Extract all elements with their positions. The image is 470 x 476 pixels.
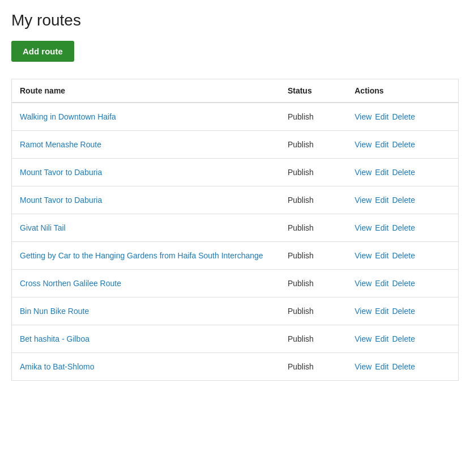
route-delete-link[interactable]: Delete	[392, 334, 415, 343]
table-row: Getting by Car to the Hanging Gardens fr…	[12, 242, 459, 270]
table-row: Cross Northen Galilee RoutePublishViewEd…	[12, 270, 459, 298]
route-edit-link[interactable]: Edit	[375, 223, 388, 232]
route-name-link[interactable]: Walking in Downtown Haifa	[20, 112, 116, 121]
routes-table: Route name Status Actions Walking in Dow…	[11, 79, 459, 381]
route-edit-link[interactable]: Edit	[375, 196, 388, 205]
page-title: My routes	[11, 11, 459, 29]
column-header-actions: Actions	[347, 79, 458, 103]
route-delete-link[interactable]: Delete	[392, 196, 415, 205]
table-header-row: Route name Status Actions	[12, 79, 459, 103]
route-name-link[interactable]: Ramot Menashe Route	[20, 140, 101, 149]
table-row: Bet hashita - GilboaPublishViewEditDelet…	[12, 325, 459, 353]
table-row: Givat Nili TailPublishViewEditDelete	[12, 214, 459, 242]
route-delete-link[interactable]: Delete	[392, 223, 415, 232]
route-view-link[interactable]: View	[354, 196, 371, 205]
column-header-route-name: Route name	[12, 79, 280, 103]
route-actions: ViewEditDelete	[347, 353, 458, 381]
route-delete-link[interactable]: Delete	[392, 279, 415, 288]
route-actions: ViewEditDelete	[347, 159, 458, 186]
route-edit-link[interactable]: Edit	[375, 140, 388, 149]
route-status: Publish	[280, 214, 347, 242]
route-delete-link[interactable]: Delete	[392, 112, 415, 121]
route-name-link[interactable]: Cross Northen Galilee Route	[20, 279, 121, 288]
route-status: Publish	[280, 103, 347, 131]
route-view-link[interactable]: View	[354, 362, 371, 371]
route-delete-link[interactable]: Delete	[392, 362, 415, 371]
route-delete-link[interactable]: Delete	[392, 168, 415, 177]
route-name-link[interactable]: Amika to Bat-Shlomo	[20, 362, 95, 371]
table-row: Ramot Menashe RoutePublishViewEditDelete	[12, 131, 459, 159]
route-view-link[interactable]: View	[354, 112, 371, 121]
route-edit-link[interactable]: Edit	[375, 112, 388, 121]
route-actions: ViewEditDelete	[347, 131, 458, 159]
route-view-link[interactable]: View	[354, 168, 371, 177]
table-row: Walking in Downtown HaifaPublishViewEdit…	[12, 103, 459, 131]
route-actions: ViewEditDelete	[347, 242, 458, 270]
route-delete-link[interactable]: Delete	[392, 251, 415, 260]
route-view-link[interactable]: View	[354, 251, 371, 260]
route-view-link[interactable]: View	[354, 334, 371, 343]
route-status: Publish	[280, 242, 347, 270]
route-actions: ViewEditDelete	[347, 214, 458, 242]
add-route-button[interactable]: Add route	[11, 41, 74, 62]
route-view-link[interactable]: View	[354, 279, 371, 288]
route-edit-link[interactable]: Edit	[375, 334, 388, 343]
route-edit-link[interactable]: Edit	[375, 168, 388, 177]
route-name-link[interactable]: Bin Nun Bike Route	[20, 307, 89, 316]
table-row: Mount Tavor to DaburiaPublishViewEditDel…	[12, 186, 459, 214]
route-status: Publish	[280, 186, 347, 214]
route-view-link[interactable]: View	[354, 223, 371, 232]
route-actions: ViewEditDelete	[347, 103, 458, 131]
route-actions: ViewEditDelete	[347, 325, 458, 353]
table-row: Bin Nun Bike RoutePublishViewEditDelete	[12, 298, 459, 325]
route-delete-link[interactable]: Delete	[392, 307, 415, 316]
route-name-link[interactable]: Bet hashita - Gilboa	[20, 334, 89, 343]
column-header-status: Status	[280, 79, 347, 103]
route-actions: ViewEditDelete	[347, 270, 458, 298]
route-name-link[interactable]: Mount Tavor to Daburia	[20, 168, 102, 177]
route-name-link[interactable]: Getting by Car to the Hanging Gardens fr…	[20, 251, 263, 260]
route-edit-link[interactable]: Edit	[375, 307, 388, 316]
route-actions: ViewEditDelete	[347, 298, 458, 325]
route-status: Publish	[280, 353, 347, 381]
route-actions: ViewEditDelete	[347, 186, 458, 214]
table-row: Mount Tavor to DaburiaPublishViewEditDel…	[12, 159, 459, 186]
route-name-link[interactable]: Givat Nili Tail	[20, 223, 66, 232]
route-edit-link[interactable]: Edit	[375, 251, 388, 260]
route-edit-link[interactable]: Edit	[375, 279, 388, 288]
route-status: Publish	[280, 298, 347, 325]
route-delete-link[interactable]: Delete	[392, 140, 415, 149]
route-status: Publish	[280, 131, 347, 159]
table-row: Amika to Bat-ShlomoPublishViewEditDelete	[12, 353, 459, 381]
route-view-link[interactable]: View	[354, 140, 371, 149]
route-status: Publish	[280, 325, 347, 353]
route-status: Publish	[280, 159, 347, 186]
route-status: Publish	[280, 270, 347, 298]
route-name-link[interactable]: Mount Tavor to Daburia	[20, 196, 102, 205]
route-edit-link[interactable]: Edit	[375, 362, 388, 371]
route-view-link[interactable]: View	[354, 307, 371, 316]
